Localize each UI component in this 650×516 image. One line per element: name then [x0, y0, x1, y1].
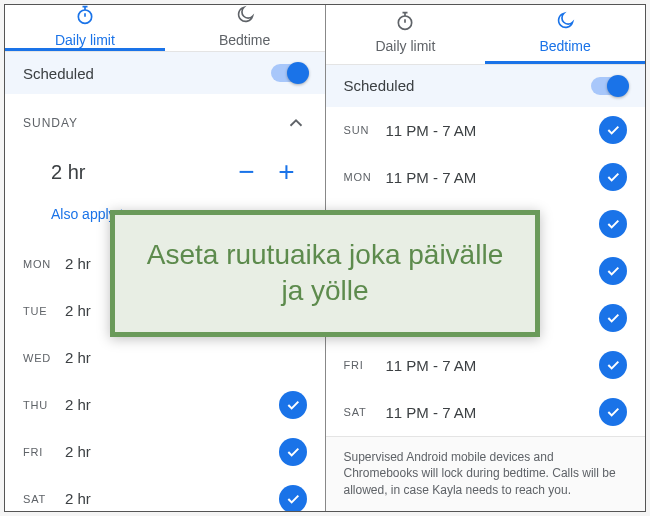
- day-abbr: FRI: [344, 359, 386, 371]
- day-abbr: MON: [23, 258, 65, 270]
- check-icon[interactable]: [279, 485, 307, 512]
- day-value: 11 PM - 7 AM: [386, 122, 600, 139]
- svg-point-0: [78, 10, 91, 23]
- check-icon[interactable]: [599, 398, 627, 426]
- scheduled-toggle[interactable]: [271, 64, 307, 82]
- scheduled-label: Scheduled: [23, 65, 94, 82]
- day-abbr: TUE: [23, 305, 65, 317]
- check-icon[interactable]: [599, 163, 627, 191]
- tabs-right: Daily limit Bedtime: [326, 5, 646, 65]
- hours-value: 2 hr: [51, 161, 227, 184]
- check-icon[interactable]: [599, 116, 627, 144]
- day-abbr: FRI: [23, 446, 65, 458]
- day-row[interactable]: THU2 hr: [5, 381, 325, 428]
- svg-point-1: [399, 16, 412, 29]
- check-icon[interactable]: [599, 210, 627, 238]
- overlay-banner: Aseta ruutuaika joka päivälle ja yölle: [110, 210, 540, 337]
- day-row[interactable]: FRI11 PM - 7 AM: [326, 342, 646, 389]
- day-value: 2 hr: [65, 396, 279, 413]
- tab-bedtime[interactable]: Bedtime: [485, 5, 645, 64]
- check-icon[interactable]: [599, 351, 627, 379]
- increase-button[interactable]: +: [267, 152, 307, 192]
- tab-label: Bedtime: [539, 38, 590, 54]
- day-value: 11 PM - 7 AM: [386, 169, 600, 186]
- moon-icon: [555, 11, 575, 34]
- day-value: 11 PM - 7 AM: [386, 357, 600, 374]
- day-row[interactable]: FRI2 hr: [5, 428, 325, 475]
- day-value: 11 PM - 7 AM: [386, 404, 600, 421]
- stopwatch-icon: [395, 11, 415, 34]
- scheduled-toggle[interactable]: [591, 77, 627, 95]
- day-expanded-header[interactable]: SUNDAY: [5, 94, 325, 146]
- moon-icon: [235, 5, 255, 28]
- day-row[interactable]: SAT2 hr: [5, 475, 325, 511]
- tab-label: Daily limit: [55, 32, 115, 48]
- scheduled-row: Scheduled: [5, 52, 325, 94]
- day-abbr: MON: [344, 171, 386, 183]
- scheduled-label: Scheduled: [344, 77, 415, 94]
- check-icon[interactable]: [279, 391, 307, 419]
- tab-daily-limit[interactable]: Daily limit: [5, 5, 165, 51]
- day-row[interactable]: SUN11 PM - 7 AM: [326, 107, 646, 154]
- day-value: 2 hr: [65, 490, 279, 507]
- tab-daily-limit[interactable]: Daily limit: [326, 5, 486, 64]
- day-value: 2 hr: [65, 349, 307, 366]
- day-row[interactable]: SAT11 PM - 7 AM: [326, 389, 646, 436]
- day-abbr: SAT: [23, 493, 65, 505]
- check-icon[interactable]: [599, 304, 627, 332]
- tab-label: Bedtime: [219, 32, 270, 48]
- day-row[interactable]: MON11 PM - 7 AM: [326, 154, 646, 201]
- day-abbr: SUN: [344, 124, 386, 136]
- decrease-button[interactable]: −: [227, 152, 267, 192]
- stopwatch-icon: [75, 5, 95, 28]
- day-abbr: THU: [23, 399, 65, 411]
- day-abbr: WED: [23, 352, 65, 364]
- tabs-left: Daily limit Bedtime: [5, 5, 325, 52]
- scheduled-row: Scheduled: [326, 65, 646, 107]
- day-value: 2 hr: [65, 443, 279, 460]
- tab-label: Daily limit: [375, 38, 435, 54]
- hours-stepper-row: 2 hr − +: [5, 146, 325, 206]
- day-row[interactable]: WED2 hr: [5, 334, 325, 381]
- footer-note: Supervised Android mobile devices and Ch…: [326, 436, 646, 511]
- day-abbr: SAT: [344, 406, 386, 418]
- check-icon[interactable]: [279, 438, 307, 466]
- check-icon[interactable]: [599, 257, 627, 285]
- tab-bedtime[interactable]: Bedtime: [165, 5, 325, 51]
- expanded-day-label: SUNDAY: [23, 116, 78, 130]
- chevron-up-icon: [285, 112, 307, 134]
